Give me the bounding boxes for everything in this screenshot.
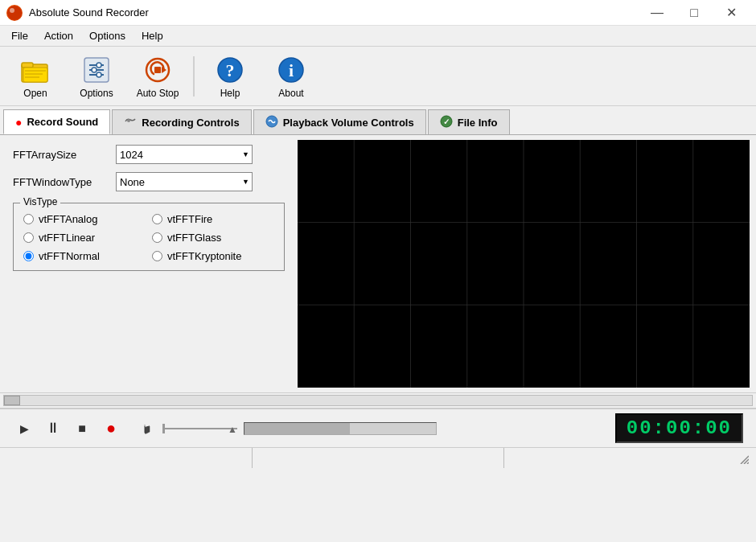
play-button[interactable]: ▶ (13, 417, 35, 440)
fft-array-size-select-wrapper: 256 512 1024 2048 4096 (116, 145, 253, 164)
fft-array-size-row: FFTArraySize 256 512 1024 2048 4096 (13, 145, 285, 164)
radio-vtFFTKryptonite-label: vtFFTKryptonite (167, 250, 241, 262)
status-pane-2 (253, 448, 505, 468)
open-icon (19, 54, 51, 86)
svg-text:✓: ✓ (443, 117, 450, 126)
window-controls: — □ ✕ (639, 0, 750, 26)
tab-bar: ● Record Sound Recording Controls Playba… (0, 106, 756, 135)
pause-button[interactable]: ⏸ (42, 417, 64, 440)
status-bar (0, 447, 756, 468)
record-button[interactable]: ● (100, 417, 122, 440)
volume-slider-line: ▲ (165, 428, 237, 429)
main-content: FFTArraySize 256 512 1024 2048 4096 FFTW… (0, 135, 756, 392)
menu-help[interactable]: Help (134, 26, 171, 46)
tab-recording-controls[interactable]: Recording Controls (112, 109, 251, 134)
about-icon: i (275, 54, 307, 86)
volume-slider-container: ▲ (162, 424, 237, 433)
note-icon (138, 420, 156, 437)
help-icon: ? (214, 54, 246, 86)
options-icon (80, 54, 113, 86)
toolbar-help-button[interactable]: ? Help (201, 50, 259, 103)
title-bar: Absolute Sound Recorder — □ ✕ (0, 0, 756, 26)
vistype-legend: VisType (20, 196, 60, 207)
svg-rect-17 (154, 67, 161, 73)
svg-point-12 (97, 63, 101, 68)
fft-window-type-select[interactable]: None Hamming Hanning Blackman (116, 172, 253, 191)
app-icon (6, 5, 23, 21)
toolbar-help-label: Help (220, 88, 240, 99)
scrollbar-thumb[interactable] (4, 396, 20, 405)
stop-button[interactable]: ■ (71, 417, 93, 440)
fft-array-size-label: FFTArraySize (13, 149, 109, 161)
status-pane-3 (504, 448, 756, 468)
close-button[interactable]: ✕ (713, 0, 750, 26)
menu-bar: File Action Options Help (0, 26, 756, 47)
toolbar-about-label: About (278, 88, 303, 99)
radio-vtFFTFire: vtFFTFire (152, 213, 274, 225)
tab-file-info-label: File Info (458, 117, 498, 129)
radio-vtFFTNormal-label: vtFFTNormal (39, 250, 100, 262)
vis-options-grid: vtFFTAnalog vtFFTFire vtFFTLinear vtFFTG… (23, 213, 274, 262)
visualizer-panel (298, 140, 750, 388)
radio-vtFFTFire-input[interactable] (152, 214, 162, 224)
toolbar-open-label: Open (23, 88, 47, 99)
tab-file-info[interactable]: ✓ File Info (428, 109, 510, 134)
resize-handle[interactable] (737, 452, 750, 465)
radio-vtFFTKryptonite-input[interactable] (152, 251, 162, 261)
svg-text:?: ? (226, 60, 235, 80)
volume-track[interactable] (244, 422, 437, 435)
tab-record-sound[interactable]: ● Record Sound (3, 109, 110, 134)
app-title: Absolute Sound Recorder (29, 6, 639, 18)
fft-window-type-select-wrapper: None Hamming Hanning Blackman (116, 172, 253, 191)
status-pane-1 (0, 448, 253, 468)
tab-recording-controls-label: Recording Controls (142, 117, 239, 129)
radio-vtFFTLinear: vtFFTLinear (23, 232, 146, 244)
toolbar-options-label: Options (80, 88, 113, 99)
tab-playback-volume-label: Playback Volume Controls (283, 117, 414, 129)
autostop-icon (142, 54, 174, 86)
svg-point-14 (97, 72, 101, 77)
radio-vtFFTGlass-label: vtFFTGlass (167, 232, 221, 244)
tab-playback-volume[interactable]: Playback Volume Controls (253, 109, 426, 134)
tab-record-sound-label: Record Sound (27, 116, 98, 128)
scrollbar-area (0, 392, 756, 409)
radio-vtFFTLinear-label: vtFFTLinear (39, 232, 95, 244)
volume-arrow: ▲ (228, 424, 237, 435)
radio-vtFFTAnalog-label: vtFFTAnalog (39, 213, 97, 225)
toolbar-open-button[interactable]: Open (6, 50, 64, 103)
fft-window-type-label: FFTWindowType (13, 176, 109, 188)
radio-vtFFTFire-label: vtFFTFire (167, 213, 212, 225)
toolbar-options-button[interactable]: Options (68, 50, 125, 103)
volume-fill (244, 423, 350, 434)
radio-vtFFTAnalog-input[interactable] (23, 214, 34, 224)
record-tab-icon: ● (15, 116, 22, 129)
fft-array-size-select[interactable]: 256 512 1024 2048 4096 (116, 145, 253, 164)
menu-file[interactable]: File (3, 26, 36, 46)
menu-action[interactable]: Action (36, 26, 81, 46)
radio-vtFFTNormal: vtFFTNormal (23, 250, 146, 262)
radio-vtFFTAnalog: vtFFTAnalog (23, 213, 146, 225)
scrollbar-track[interactable] (3, 395, 753, 406)
radio-vtFFTNormal-input[interactable] (23, 251, 34, 261)
toolbar-about-button[interactable]: i About (262, 50, 320, 103)
fft-window-type-row: FFTWindowType None Hamming Hanning Black… (13, 172, 285, 191)
visualizer-canvas (298, 140, 750, 388)
maximize-button[interactable]: □ (676, 0, 713, 26)
radio-vtFFTGlass: vtFFTGlass (152, 232, 274, 244)
svg-point-0 (7, 6, 22, 20)
radio-vtFFTKryptonite: vtFFTKryptonite (152, 250, 274, 262)
menu-options[interactable]: Options (81, 26, 134, 46)
vistype-group: VisType vtFFTAnalog vtFFTFire vtFFTLinea… (13, 203, 285, 271)
svg-point-22 (127, 119, 130, 122)
svg-point-13 (92, 68, 97, 72)
svg-rect-3 (22, 63, 33, 68)
recording-controls-tab-icon (124, 115, 137, 130)
radio-vtFFTGlass-input[interactable] (152, 232, 162, 243)
toolbar-autostop-button[interactable]: Auto Stop (129, 50, 187, 103)
radio-vtFFTLinear-input[interactable] (23, 232, 34, 243)
minimize-button[interactable]: — (639, 0, 676, 26)
transport-bar: ▶ ⏸ ■ ● ▲ 00:00:00 (0, 409, 756, 447)
svg-rect-4 (23, 68, 47, 82)
svg-text:i: i (289, 60, 294, 80)
toolbar-separator (193, 56, 195, 96)
